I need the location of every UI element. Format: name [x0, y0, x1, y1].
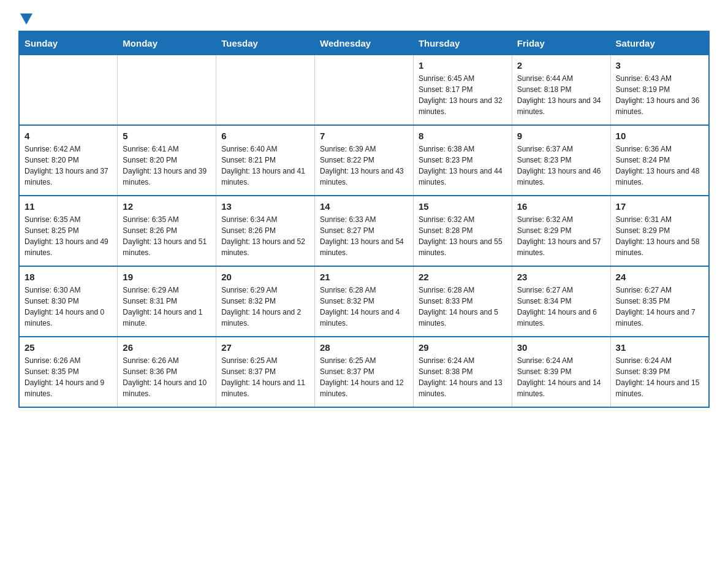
calendar-day-cell — [118, 55, 216, 126]
day-info: Sunrise: 6:45 AMSunset: 8:17 PMDaylight:… — [419, 73, 507, 117]
calendar-day-header: Tuesday — [216, 31, 315, 55]
day-info: Sunrise: 6:33 AMSunset: 8:27 PMDaylight:… — [320, 214, 408, 258]
calendar-day-cell — [19, 55, 118, 126]
day-info: Sunrise: 6:35 AMSunset: 8:26 PMDaylight:… — [123, 214, 211, 258]
day-number: 31 — [616, 342, 703, 353]
calendar-day-header: Wednesday — [315, 31, 414, 55]
day-info: Sunrise: 6:34 AMSunset: 8:26 PMDaylight:… — [221, 214, 309, 258]
day-number: 29 — [419, 342, 507, 353]
calendar-day-cell: 21Sunrise: 6:28 AMSunset: 8:32 PMDayligh… — [315, 266, 414, 337]
calendar-day-cell: 9Sunrise: 6:37 AMSunset: 8:23 PMDaylight… — [512, 125, 610, 196]
day-number: 1 — [419, 60, 507, 71]
calendar-day-cell: 19Sunrise: 6:29 AMSunset: 8:31 PMDayligh… — [118, 266, 216, 337]
calendar-day-cell: 23Sunrise: 6:27 AMSunset: 8:34 PMDayligh… — [512, 266, 610, 337]
day-info: Sunrise: 6:25 AMSunset: 8:37 PMDaylight:… — [320, 355, 408, 399]
calendar-day-cell: 24Sunrise: 6:27 AMSunset: 8:35 PMDayligh… — [610, 266, 709, 337]
calendar-day-header: Monday — [118, 31, 216, 55]
day-info: Sunrise: 6:32 AMSunset: 8:28 PMDaylight:… — [419, 214, 507, 258]
day-number: 30 — [517, 342, 605, 353]
calendar-week-row: 18Sunrise: 6:30 AMSunset: 8:30 PMDayligh… — [19, 266, 709, 337]
day-info: Sunrise: 6:24 AMSunset: 8:39 PMDaylight:… — [616, 355, 703, 399]
calendar-day-cell: 18Sunrise: 6:30 AMSunset: 8:30 PMDayligh… — [19, 266, 118, 337]
day-info: Sunrise: 6:29 AMSunset: 8:32 PMDaylight:… — [221, 285, 309, 329]
calendar-day-cell: 5Sunrise: 6:41 AMSunset: 8:20 PMDaylight… — [118, 125, 216, 196]
day-number: 21 — [320, 272, 408, 282]
calendar-week-row: 4Sunrise: 6:42 AMSunset: 8:20 PMDaylight… — [19, 125, 709, 196]
calendar-day-cell: 16Sunrise: 6:32 AMSunset: 8:29 PMDayligh… — [512, 196, 610, 266]
calendar-day-header: Saturday — [610, 31, 709, 55]
logo — [18, 12, 32, 25]
day-info: Sunrise: 6:25 AMSunset: 8:37 PMDaylight:… — [221, 355, 309, 399]
calendar-day-cell: 25Sunrise: 6:26 AMSunset: 8:35 PMDayligh… — [19, 337, 118, 407]
day-info: Sunrise: 6:26 AMSunset: 8:36 PMDaylight:… — [123, 355, 211, 399]
calendar-day-cell: 7Sunrise: 6:39 AMSunset: 8:22 PMDaylight… — [315, 125, 414, 196]
day-info: Sunrise: 6:38 AMSunset: 8:23 PMDaylight:… — [419, 144, 507, 188]
day-info: Sunrise: 6:26 AMSunset: 8:35 PMDaylight:… — [25, 355, 112, 399]
day-info: Sunrise: 6:37 AMSunset: 8:23 PMDaylight:… — [517, 144, 605, 188]
day-info: Sunrise: 6:35 AMSunset: 8:25 PMDaylight:… — [25, 214, 112, 258]
calendar-day-cell: 12Sunrise: 6:35 AMSunset: 8:26 PMDayligh… — [118, 196, 216, 266]
day-info: Sunrise: 6:41 AMSunset: 8:20 PMDaylight:… — [123, 144, 211, 188]
day-info: Sunrise: 6:28 AMSunset: 8:33 PMDaylight:… — [419, 285, 507, 329]
day-number: 13 — [221, 201, 309, 212]
day-number: 12 — [123, 201, 211, 212]
day-info: Sunrise: 6:42 AMSunset: 8:20 PMDaylight:… — [25, 144, 112, 188]
day-number: 11 — [25, 201, 112, 212]
calendar-week-row: 1Sunrise: 6:45 AMSunset: 8:17 PMDaylight… — [19, 55, 709, 126]
day-info: Sunrise: 6:36 AMSunset: 8:24 PMDaylight:… — [616, 144, 703, 188]
calendar-day-cell — [216, 55, 315, 126]
calendar-day-cell: 3Sunrise: 6:43 AMSunset: 8:19 PMDaylight… — [610, 55, 709, 126]
calendar-day-cell: 29Sunrise: 6:24 AMSunset: 8:38 PMDayligh… — [413, 337, 512, 407]
calendar-day-cell: 2Sunrise: 6:44 AMSunset: 8:18 PMDaylight… — [512, 55, 610, 126]
calendar-day-cell: 4Sunrise: 6:42 AMSunset: 8:20 PMDaylight… — [19, 125, 118, 196]
day-number: 6 — [221, 131, 309, 141]
day-info: Sunrise: 6:29 AMSunset: 8:31 PMDaylight:… — [123, 285, 211, 329]
calendar-table: SundayMondayTuesdayWednesdayThursdayFrid… — [18, 31, 710, 408]
day-info: Sunrise: 6:24 AMSunset: 8:39 PMDaylight:… — [517, 355, 605, 399]
svg-marker-0 — [20, 13, 32, 25]
calendar-week-row: 25Sunrise: 6:26 AMSunset: 8:35 PMDayligh… — [19, 337, 709, 407]
calendar-day-cell: 20Sunrise: 6:29 AMSunset: 8:32 PMDayligh… — [216, 266, 315, 337]
day-number: 26 — [123, 342, 211, 353]
logo-triangle-icon — [20, 13, 32, 25]
day-number: 7 — [320, 131, 408, 141]
calendar-day-cell: 6Sunrise: 6:40 AMSunset: 8:21 PMDaylight… — [216, 125, 315, 196]
calendar-day-cell: 22Sunrise: 6:28 AMSunset: 8:33 PMDayligh… — [413, 266, 512, 337]
day-info: Sunrise: 6:31 AMSunset: 8:29 PMDaylight:… — [616, 214, 703, 258]
day-info: Sunrise: 6:40 AMSunset: 8:21 PMDaylight:… — [221, 144, 309, 188]
day-number: 22 — [419, 272, 507, 282]
calendar-day-cell: 1Sunrise: 6:45 AMSunset: 8:17 PMDaylight… — [413, 55, 512, 126]
calendar-day-cell: 31Sunrise: 6:24 AMSunset: 8:39 PMDayligh… — [610, 337, 709, 407]
day-number: 25 — [25, 342, 112, 353]
day-number: 23 — [517, 272, 605, 282]
day-info: Sunrise: 6:39 AMSunset: 8:22 PMDaylight:… — [320, 144, 408, 188]
calendar-day-cell: 27Sunrise: 6:25 AMSunset: 8:37 PMDayligh… — [216, 337, 315, 407]
day-number: 15 — [419, 201, 507, 212]
calendar-day-cell: 11Sunrise: 6:35 AMSunset: 8:25 PMDayligh… — [19, 196, 118, 266]
calendar-day-cell: 13Sunrise: 6:34 AMSunset: 8:26 PMDayligh… — [216, 196, 315, 266]
day-info: Sunrise: 6:32 AMSunset: 8:29 PMDaylight:… — [517, 214, 605, 258]
calendar-day-cell: 8Sunrise: 6:38 AMSunset: 8:23 PMDaylight… — [413, 125, 512, 196]
day-info: Sunrise: 6:28 AMSunset: 8:32 PMDaylight:… — [320, 285, 408, 329]
calendar-day-cell: 28Sunrise: 6:25 AMSunset: 8:37 PMDayligh… — [315, 337, 414, 407]
day-number: 14 — [320, 201, 408, 212]
calendar-day-cell: 10Sunrise: 6:36 AMSunset: 8:24 PMDayligh… — [610, 125, 709, 196]
day-number: 3 — [616, 60, 703, 71]
day-info: Sunrise: 6:27 AMSunset: 8:35 PMDaylight:… — [616, 285, 703, 329]
day-info: Sunrise: 6:44 AMSunset: 8:18 PMDaylight:… — [517, 73, 605, 117]
calendar-header-row: SundayMondayTuesdayWednesdayThursdayFrid… — [19, 31, 709, 55]
day-info: Sunrise: 6:43 AMSunset: 8:19 PMDaylight:… — [616, 73, 703, 117]
calendar-day-cell: 26Sunrise: 6:26 AMSunset: 8:36 PMDayligh… — [118, 337, 216, 407]
calendar-week-row: 11Sunrise: 6:35 AMSunset: 8:25 PMDayligh… — [19, 196, 709, 266]
calendar-day-cell: 17Sunrise: 6:31 AMSunset: 8:29 PMDayligh… — [610, 196, 709, 266]
day-number: 16 — [517, 201, 605, 212]
calendar-day-cell: 14Sunrise: 6:33 AMSunset: 8:27 PMDayligh… — [315, 196, 414, 266]
day-info: Sunrise: 6:24 AMSunset: 8:38 PMDaylight:… — [419, 355, 507, 399]
calendar-day-header: Thursday — [413, 31, 512, 55]
day-number: 28 — [320, 342, 408, 353]
day-number: 4 — [25, 131, 112, 141]
calendar-day-cell: 30Sunrise: 6:24 AMSunset: 8:39 PMDayligh… — [512, 337, 610, 407]
day-number: 10 — [616, 131, 703, 141]
day-number: 17 — [616, 201, 703, 212]
day-number: 9 — [517, 131, 605, 141]
